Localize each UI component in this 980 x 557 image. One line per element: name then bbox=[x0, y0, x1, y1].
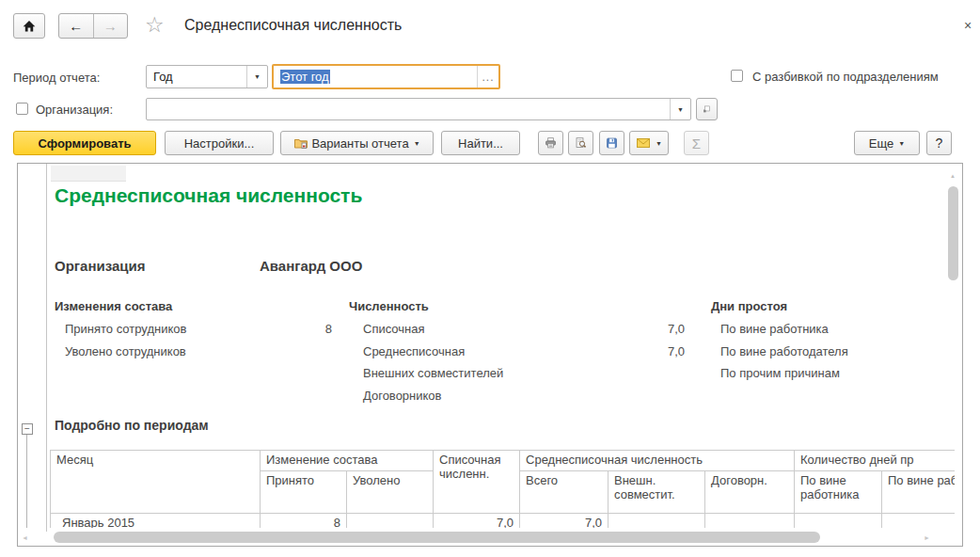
chevron-down-icon: ▼ bbox=[656, 140, 662, 147]
col-group-changes: Изменение состава bbox=[261, 451, 434, 471]
floppy-save-icon bbox=[606, 135, 618, 151]
chevron-down-icon[interactable]: ▼ bbox=[246, 66, 267, 88]
organization-label: Организация: bbox=[36, 103, 113, 117]
close-icon[interactable]: × bbox=[959, 17, 976, 34]
report-title: Среднесписочная численность bbox=[55, 184, 362, 207]
settings-button[interactable]: Настройки... bbox=[165, 131, 274, 155]
report-variants-button[interactable]: Варианты отчета ▼ bbox=[280, 131, 434, 155]
col-group-days: Количество дней пр bbox=[795, 451, 955, 471]
report-content: Среднесписочная численность Организация … bbox=[50, 164, 955, 528]
organization-checkbox[interactable] bbox=[16, 103, 28, 115]
back-button[interactable]: ← bbox=[59, 14, 93, 38]
print-button[interactable] bbox=[538, 131, 563, 155]
horizontal-scrollbar[interactable]: ◄ ► bbox=[20, 532, 951, 544]
report-organization-value: Авангард ООО bbox=[260, 258, 362, 274]
report-variants-folder-icon bbox=[293, 135, 308, 151]
summary-row: По прочим причинам bbox=[711, 362, 955, 385]
col-header-month: Месяц bbox=[51, 451, 261, 514]
favorite-star-icon[interactable]: ☆ bbox=[145, 14, 165, 36]
summary-section-header: Изменения состава bbox=[55, 295, 332, 318]
summary-row: По вине работодателя bbox=[711, 341, 955, 363]
help-button[interactable]: ? bbox=[926, 131, 952, 155]
sum-sigma-button: Σ bbox=[684, 131, 709, 155]
scroll-right-icon[interactable]: ► bbox=[924, 534, 930, 541]
col-header-fired: Уволено bbox=[347, 471, 434, 514]
report-corner-cell bbox=[51, 166, 126, 182]
details-table: Месяц Изменение состава Списочная числен… bbox=[50, 450, 955, 528]
col-header-fault-employee: По вине работника bbox=[795, 471, 882, 514]
summary-row: Списочная 7,0 bbox=[349, 318, 685, 341]
cell-total: 7,0 bbox=[520, 514, 609, 529]
summary-row: Уволено сотрудников bbox=[55, 341, 332, 363]
summary-row: Среднесписочная 7,0 bbox=[349, 341, 685, 363]
page-title: Среднесписочная численность bbox=[184, 17, 402, 34]
print-preview-icon bbox=[575, 135, 587, 151]
table-row: Январь 2015 8 7,0 7,0 bbox=[51, 514, 956, 529]
collapse-group-button[interactable]: − bbox=[22, 423, 33, 435]
report-variants-label: Варианты отчета bbox=[311, 136, 408, 151]
col-header-external: Внешн. совместит. bbox=[609, 471, 705, 514]
summary-changes-column: Изменения состава Принято сотрудников 8 … bbox=[55, 295, 332, 362]
summary-row: Принято сотрудников 8 bbox=[55, 318, 332, 341]
period-more-button[interactable]: ... bbox=[477, 66, 498, 88]
history-nav: ← → bbox=[58, 13, 128, 39]
summary-section-header: Численность bbox=[349, 295, 685, 318]
forward-button[interactable]: → bbox=[93, 14, 128, 38]
printer-icon bbox=[545, 135, 557, 151]
home-icon bbox=[22, 19, 37, 34]
summary-headcount-column: Численность Списочная 7,0 Среднесписочна… bbox=[349, 295, 685, 406]
breakdown-label: С разбивкой по подразделениям bbox=[752, 70, 939, 84]
save-button[interactable] bbox=[599, 131, 624, 155]
send-mail-button[interactable]: ▼ bbox=[629, 131, 669, 155]
cell-fault-employer bbox=[882, 514, 955, 529]
generate-button[interactable]: Сформировать bbox=[13, 131, 156, 155]
cell-contract bbox=[705, 514, 795, 529]
organization-input[interactable]: ▼ bbox=[146, 98, 691, 120]
breakdown-checkbox[interactable] bbox=[731, 70, 743, 82]
period-value-text: Этот год bbox=[280, 70, 330, 84]
col-header-hired: Принято bbox=[261, 471, 347, 514]
col-header-total: Всего bbox=[520, 471, 609, 514]
select-from-list-icon bbox=[703, 102, 711, 117]
find-button[interactable]: Найти... bbox=[441, 131, 520, 155]
mail-envelope-icon bbox=[636, 135, 651, 151]
summary-section-header: Дни простоя bbox=[711, 295, 955, 318]
col-group-average: Среднесписочная численность bbox=[520, 451, 795, 471]
period-kind-value: Год bbox=[147, 70, 246, 84]
home-button[interactable] bbox=[13, 13, 45, 39]
cell-external bbox=[609, 514, 705, 529]
summary-row: По вине работника bbox=[711, 318, 955, 341]
col-header-contract: Договорн. bbox=[705, 471, 795, 514]
details-section-header: Подробно по периодам bbox=[55, 418, 209, 433]
summary-row: Договорников bbox=[349, 385, 685, 407]
chevron-down-icon[interactable]: ▼ bbox=[670, 99, 690, 119]
cell-hired: 8 bbox=[261, 514, 347, 529]
titlebar: ← → ☆ Среднесписочная численность × bbox=[0, 0, 980, 53]
cell-payroll: 7,0 bbox=[434, 514, 520, 529]
report-organization-label: Организация bbox=[55, 258, 146, 274]
chevron-down-icon: ▼ bbox=[414, 140, 420, 147]
cell-month: Январь 2015 bbox=[51, 514, 261, 529]
organization-choose-button[interactable] bbox=[696, 98, 718, 120]
summary-downtime-column: Дни простоя По вине работника По вине ра… bbox=[711, 295, 955, 385]
preview-button[interactable] bbox=[568, 131, 593, 155]
cell-fired bbox=[347, 514, 434, 529]
more-button[interactable]: Еще ▼ bbox=[854, 131, 920, 155]
vertical-scrollbar-thumb[interactable] bbox=[948, 186, 958, 280]
scroll-left-icon[interactable]: ◄ bbox=[22, 534, 28, 541]
grouping-gutter-divider bbox=[46, 164, 47, 532]
chevron-down-icon: ▼ bbox=[898, 140, 905, 147]
period-kind-select[interactable]: Год ▼ bbox=[146, 65, 268, 88]
period-label: Период отчета: bbox=[13, 71, 100, 85]
col-header-payroll: Списочная численн. bbox=[434, 451, 520, 514]
cell-fault-employee bbox=[795, 514, 882, 529]
horizontal-scrollbar-thumb[interactable] bbox=[54, 532, 820, 543]
more-label: Еще bbox=[869, 136, 893, 151]
scroll-up-icon[interactable]: ▲ bbox=[950, 173, 956, 179]
period-value-input[interactable]: Этот год ... bbox=[272, 64, 500, 89]
summary-row: Внешних совместителей bbox=[349, 362, 685, 385]
grouping-bracket-line bbox=[26, 435, 27, 528]
vertical-scrollbar[interactable]: ▲ bbox=[948, 166, 959, 516]
report-viewer: − Среднесписочная численность Организаци… bbox=[17, 163, 963, 547]
col-header-fault-employer: По вине работод bbox=[882, 471, 955, 514]
